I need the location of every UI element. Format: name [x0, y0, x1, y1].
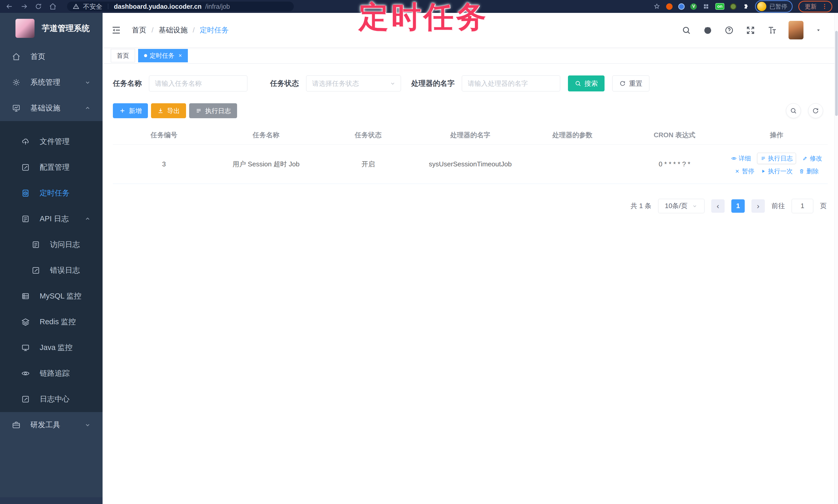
sidebar-item-api-log[interactable]: API 日志	[0, 206, 103, 232]
address-bar[interactable]: 不安全 dashboard.yudao.iocoder.cn/infra/job	[67, 2, 294, 11]
pencil-icon	[802, 156, 808, 161]
edit-link[interactable]: 修改	[802, 154, 822, 162]
browser-toolbar-right: V on 已暂停 更新	[653, 0, 832, 13]
job-name-input[interactable]	[149, 75, 247, 91]
monitor-icon	[21, 343, 30, 352]
page-size-value: 10条/页	[665, 201, 687, 211]
page-size-select[interactable]: 10条/页	[658, 199, 704, 213]
search-button-label: 搜索	[584, 79, 598, 88]
detail-link[interactable]: 详细	[731, 154, 751, 162]
sidebar-item-scheduled-job[interactable]: 定时任务	[0, 180, 103, 206]
scrollbar-thumb[interactable]	[835, 31, 838, 116]
sidebar-item-label: 访问日志	[50, 239, 80, 250]
search-button[interactable]: 搜索	[568, 75, 605, 91]
add-button[interactable]: 新增	[113, 103, 148, 118]
extension-on-badge[interactable]: on	[715, 3, 724, 10]
browser-forward-icon[interactable]	[20, 3, 28, 10]
cell-job-name: 用户 Session 超时 Job	[215, 144, 317, 184]
sidebar-item-config-manage[interactable]: 配置管理	[0, 155, 103, 180]
refresh-table-button[interactable]	[808, 103, 823, 118]
sidebar-item-label: API 日志	[40, 214, 69, 224]
breadcrumb-infra[interactable]: 基础设施	[159, 25, 188, 35]
sidebar-item-label: 系统管理	[30, 77, 60, 88]
sidebar-item-redis-monitor[interactable]: Redis 监控	[0, 309, 103, 335]
cell-job-id: 3	[113, 144, 215, 184]
extension-monkey-icon[interactable]	[730, 3, 736, 10]
cell-job-status: 开启	[317, 144, 419, 184]
refresh-icon	[619, 80, 626, 87]
page-scrollbar[interactable]	[834, 13, 838, 504]
next-page-button[interactable]: ›	[751, 199, 765, 213]
tab-label: 首页	[117, 52, 129, 60]
job-name-label: 任务名称	[113, 78, 142, 88]
trash-icon	[799, 168, 804, 174]
app-logo	[15, 19, 35, 38]
export-button[interactable]: 导出	[151, 103, 186, 118]
app-logo-row[interactable]: 芋道管理系统	[0, 13, 103, 44]
chevron-down-icon	[692, 203, 698, 209]
sidebar-item-mysql-monitor[interactable]: MySQL 监控	[0, 283, 103, 309]
fullscreen-icon[interactable]	[746, 25, 755, 35]
gear-icon	[12, 78, 21, 87]
browser-home-icon[interactable]	[49, 3, 57, 10]
browser-profile-button[interactable]: 已暂停	[755, 0, 793, 13]
pause-link[interactable]: 暂停	[734, 167, 754, 175]
browser-back-icon[interactable]	[6, 3, 13, 10]
toggle-search-button[interactable]	[786, 103, 801, 118]
security-label: 不安全	[83, 2, 102, 11]
sidebar-item-home[interactable]: 首页	[0, 44, 103, 70]
job-status-select[interactable]: 请选择任务状态	[306, 75, 401, 91]
font-size-icon[interactable]	[767, 25, 777, 35]
user-avatar[interactable]	[788, 21, 803, 39]
navbar-actions	[682, 21, 821, 39]
tab-scheduled-job[interactable]: 定时任务 ×	[138, 49, 188, 62]
close-icon	[734, 168, 740, 174]
extensions-puzzle-icon[interactable]	[742, 3, 749, 10]
caret-down-icon[interactable]	[815, 27, 821, 33]
sidebar-fold-icon[interactable]	[111, 25, 122, 36]
cell-handler-param	[521, 144, 623, 184]
sidebar-item-error-log[interactable]: 错误日志	[0, 257, 103, 283]
tab-home[interactable]: 首页	[111, 49, 135, 62]
goto-page-input[interactable]	[792, 199, 813, 213]
app-window: 芋道管理系统 首页 系统管理 基础设施 文件管理 配置管理	[0, 13, 838, 504]
browser-menu-icon[interactable]	[821, 3, 828, 10]
sidebar-item-label: 日志中心	[40, 394, 70, 404]
app-title: 芋道管理系统	[42, 23, 90, 34]
profile-avatar	[757, 2, 766, 11]
handler-name-input[interactable]	[462, 75, 560, 91]
sidebar-item-log-center[interactable]: 日志中心	[0, 386, 103, 412]
execution-log-button[interactable]: 执行日志	[189, 103, 237, 118]
sidebar-item-tracing[interactable]: 链路追踪	[0, 361, 103, 386]
sidebar-item-java-monitor[interactable]: Java 监控	[0, 335, 103, 361]
delete-link[interactable]: 删除	[799, 167, 819, 175]
extension-blue-icon[interactable]	[678, 3, 685, 10]
run-once-link[interactable]: 执行一次	[761, 167, 793, 175]
chevron-down-icon	[84, 421, 91, 429]
prev-page-button[interactable]: ‹	[711, 199, 724, 213]
tab-close-icon[interactable]: ×	[179, 52, 182, 59]
github-icon[interactable]	[703, 25, 713, 35]
page-number-1[interactable]: 1	[731, 199, 745, 213]
main-panel: 首页 / 基础设施 / 定时任务 首页 定时任务	[103, 13, 838, 504]
extension-orange-icon[interactable]	[666, 3, 673, 10]
col-handler-param: 处理器的参数	[521, 126, 623, 144]
breadcrumb-home[interactable]: 首页	[132, 25, 146, 35]
bookmark-star-icon[interactable]	[653, 3, 661, 10]
sidebar-item-infra[interactable]: 基础设施	[0, 95, 103, 121]
browser-reload-icon[interactable]	[35, 3, 42, 10]
browser-update-button[interactable]: 更新	[798, 1, 832, 12]
search-form: 任务名称 任务状态 请选择任务状态 处理器的名字 搜索 重置	[113, 75, 828, 91]
sidebar-item-system[interactable]: 系统管理	[0, 70, 103, 95]
row-execution-log-link[interactable]: 执行日志	[757, 153, 796, 164]
extension-green-icon[interactable]: V	[690, 3, 697, 10]
reset-button[interactable]: 重置	[612, 75, 649, 91]
sidebar-item-file-manage[interactable]: 文件管理	[0, 129, 103, 155]
job-table: 任务编号 任务名称 任务状态 处理器的名字 处理器的参数 CRON 表达式 操作…	[113, 126, 828, 184]
sidebar-item-access-log[interactable]: 访问日志	[0, 232, 103, 257]
extension-grid-icon[interactable]	[702, 3, 710, 10]
search-icon[interactable]	[682, 25, 691, 35]
help-icon[interactable]	[724, 25, 734, 35]
sidebar-item-dev-tools[interactable]: 研发工具	[0, 412, 103, 438]
document-icon	[32, 240, 40, 249]
